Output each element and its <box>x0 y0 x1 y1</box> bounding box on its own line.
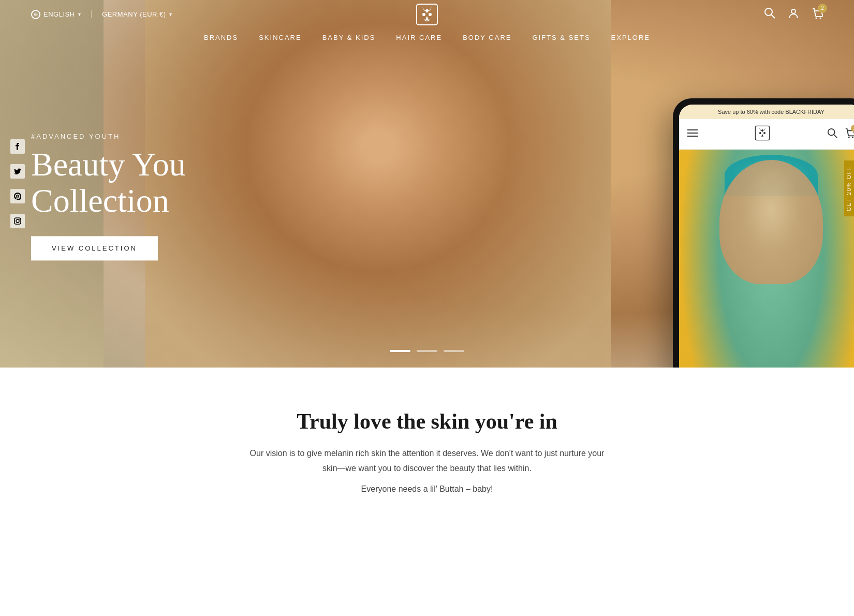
lang-chevron-icon: ▾ <box>78 11 81 17</box>
globe-icon: ⊕ <box>31 10 40 19</box>
svg-point-5 <box>765 8 772 16</box>
cart-button[interactable]: 2 <box>812 8 823 21</box>
svg-point-2 <box>422 13 425 16</box>
svg-marker-1 <box>422 7 432 13</box>
svg-point-11 <box>16 219 19 223</box>
hero-title-line1: Beauty You <box>31 146 186 183</box>
header-top-left: ⊕ ENGLISH ▾ GERMANY (EUR €) ▾ <box>31 10 172 19</box>
nav-body-care[interactable]: BODY CARE <box>463 34 511 41</box>
hero-title-line2: Collection <box>31 183 169 219</box>
section-title: Truly love the skin you're in <box>31 409 823 434</box>
nav-baby-kids[interactable]: BABY & KIDS <box>322 34 376 41</box>
svg-point-24 <box>852 137 853 138</box>
pinterest-icon[interactable] <box>10 189 25 203</box>
twitter-icon[interactable] <box>10 164 25 179</box>
header-top-right: 2 <box>764 7 823 21</box>
svg-point-3 <box>429 13 432 16</box>
svg-point-19 <box>763 132 765 134</box>
social-bar <box>10 139 25 228</box>
hero-title: Beauty You Collection <box>31 146 186 219</box>
svg-rect-0 <box>417 4 437 25</box>
dot-1[interactable] <box>390 350 410 352</box>
nav-brands[interactable]: BRANDS <box>204 34 238 41</box>
header: ⊕ ENGLISH ▾ GERMANY (EUR €) ▾ <box>0 0 854 47</box>
side-promo-strip[interactable]: GET 20% OFF <box>844 160 854 216</box>
instagram-icon[interactable] <box>10 214 25 228</box>
view-collection-button[interactable]: VIEW COLLECTION <box>31 236 158 260</box>
dot-2[interactable] <box>417 350 437 352</box>
svg-point-18 <box>759 132 761 134</box>
slider-dots <box>390 350 464 352</box>
dot-3[interactable] <box>444 350 464 352</box>
account-icon[interactable] <box>788 7 799 21</box>
svg-marker-17 <box>759 128 766 132</box>
hero-section: #ADVANCED YOUTH Beauty You Collection VI… <box>0 0 854 368</box>
mobile-screen: Save up to 60% with code BLACKFRIDAY <box>679 105 854 368</box>
section-description: Our vision is to give melanin rich skin … <box>246 446 608 476</box>
mobile-hero-area: #ADVANCED YOUTH Beauty You Collection VI… <box>679 150 854 368</box>
mobile-menu-icon[interactable] <box>687 129 698 139</box>
svg-line-6 <box>771 14 775 18</box>
hero-person-image <box>145 0 611 368</box>
below-hero-section: Truly love the skin you're in Our vision… <box>0 368 854 525</box>
svg-point-8 <box>816 17 817 19</box>
hero-content: #ADVANCED YOUTH Beauty You Collection VI… <box>31 133 186 260</box>
mobile-nav-icons: 2 <box>827 128 854 140</box>
region-chevron-icon: ▾ <box>169 11 172 17</box>
mobile-logo[interactable] <box>754 124 771 144</box>
mobile-nav: 2 <box>679 119 854 150</box>
language-label: ENGLISH <box>43 10 75 18</box>
mobile-face-sim <box>719 160 823 284</box>
svg-rect-16 <box>755 126 769 140</box>
cart-count-badge: 2 <box>818 4 827 13</box>
header-top: ⊕ ENGLISH ▾ GERMANY (EUR €) ▾ <box>0 0 854 28</box>
facebook-icon[interactable] <box>10 139 25 154</box>
nav-skincare[interactable]: SKINCARE <box>259 34 301 41</box>
section-tagline: Everyone needs a lil' Buttah – baby! <box>31 485 823 494</box>
mobile-mockup: Save up to 60% with code BLACKFRIDAY <box>673 98 854 368</box>
main-nav: BRANDS SKINCARE BABY & KIDS HAIR CARE BO… <box>204 28 650 47</box>
svg-marker-20 <box>761 134 763 137</box>
region-label: GERMANY (EUR €) <box>102 10 166 18</box>
svg-point-7 <box>791 9 796 13</box>
language-selector[interactable]: ⊕ ENGLISH ▾ <box>31 10 81 19</box>
mobile-cart-button[interactable]: 2 <box>845 128 854 140</box>
nav-gifts-sets[interactable]: GIFTS & SETS <box>532 34 590 41</box>
svg-marker-4 <box>425 16 429 20</box>
svg-line-22 <box>834 135 837 138</box>
nav-explore[interactable]: EXPLORE <box>611 34 650 41</box>
svg-point-23 <box>848 137 850 138</box>
mobile-search-icon[interactable] <box>827 128 837 140</box>
svg-rect-10 <box>14 218 21 224</box>
svg-point-9 <box>820 17 821 19</box>
mobile-promo-banner: Save up to 60% with code BLACKFRIDAY <box>679 105 854 119</box>
site-logo[interactable] <box>414 2 440 27</box>
search-icon[interactable] <box>764 7 775 21</box>
svg-point-12 <box>19 219 20 220</box>
hero-hashtag: #ADVANCED YOUTH <box>31 133 186 140</box>
region-selector[interactable]: GERMANY (EUR €) ▾ <box>91 10 172 18</box>
nav-hair-care[interactable]: HAIR CARE <box>396 34 442 41</box>
svg-point-21 <box>828 129 835 136</box>
